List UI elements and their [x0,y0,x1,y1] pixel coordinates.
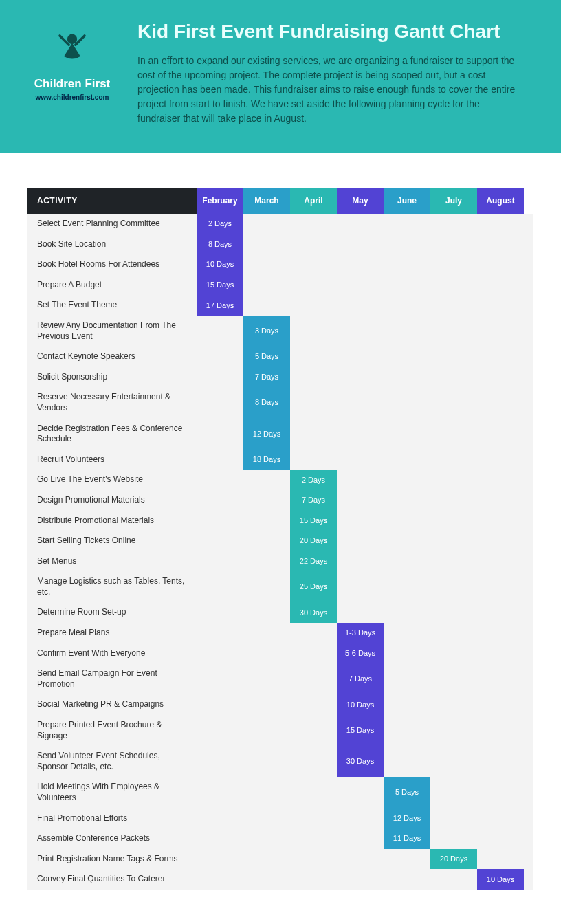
gantt-cell [477,694,524,715]
activity-label: Hold Meetings With Employees & Volunteer… [28,777,197,808]
gantt-cell [243,694,290,715]
gantt-cell: 30 Days [290,602,337,623]
gantt-cell [430,367,477,388]
gantt-cell: 30 Days [337,746,384,777]
gantt-row: Confirm Event With Everyone5-6 Days [28,644,534,664]
gantt-cell [430,450,477,470]
row-bars: 7 Days [197,367,534,388]
gantt-cell [430,490,477,511]
gantt-cell [477,511,524,531]
gantt-cell [197,531,243,551]
gantt-cell [243,623,290,644]
gantt-row: Set The Event Theme17 Days [28,295,534,316]
gantt-cell [384,849,430,870]
gantt-cell [384,295,430,316]
gantt-bar: 12 Days [243,419,290,450]
gantt-cell [243,828,290,849]
row-bars: 5 Days [197,777,534,808]
month-header: April [290,188,337,214]
row-bars: 7 Days [197,663,534,694]
gantt-bar: 3 Days [243,316,290,346]
gantt-cell [243,511,290,531]
gantt-cell [197,828,243,849]
gantt-cell [197,419,243,450]
gantt-bar: 5-6 Days [337,644,384,664]
gantt-cell: 8 Days [243,387,290,418]
gantt-cell: 1-3 Days [337,623,384,644]
gantt-cell [290,367,337,388]
gantt-bar: 5 Days [384,777,430,808]
svg-point-0 [67,34,77,44]
gantt-cell [430,234,477,255]
gantt-cell [477,387,524,418]
gantt-cell [384,214,430,234]
gantt-cell [337,214,384,234]
activity-label: Book Site Location [28,234,197,255]
gantt-row: Convey Final Quantities To Caterer10 Day… [28,869,534,890]
gantt-bar: 15 Days [197,275,243,296]
gantt-cell [477,234,524,255]
gantt-row: Manage Logistics such as Tables, Tents, … [28,571,534,602]
gantt-cell: 5 Days [384,777,430,808]
brand-block: Children First www.childrenfirst.com [28,21,117,126]
row-bars: 8 Days [197,387,534,418]
row-bars: 20 Days [197,531,534,551]
gantt-cell [384,367,430,388]
gantt-cell [243,470,290,490]
gantt-cell [243,777,290,808]
brand-name: Children First [28,77,117,91]
gantt-cell [384,387,430,418]
gantt-cell [337,869,384,890]
activity-label: Reserve Necessary Entertainment & Vendor… [28,387,197,418]
header-text: Kid First Event Fundraising Gantt Chart … [138,21,534,126]
gantt-bar: 17 Days [197,295,243,316]
gantt-cell [197,551,243,572]
gantt-cell: 5 Days [243,346,290,367]
gantt-cell: 17 Days [197,295,243,316]
gantt-cell [384,551,430,572]
gantt-row: Determine Room Set-up30 Days [28,602,534,623]
gantt-cell: 20 Days [290,531,337,551]
gantt-cell [430,623,477,644]
gantt-cell [337,490,384,511]
gantt-cell [430,828,477,849]
gantt-cell [477,808,524,829]
gantt-cell [337,602,384,623]
gantt-rows: Select Event Planning Committee2 DaysBoo… [28,214,534,890]
gantt-cell [477,450,524,470]
gantt-row: Recruit Volunteers18 Days [28,450,534,470]
gantt-cell [477,531,524,551]
row-bars: 18 Days [197,450,534,470]
gantt-cell [290,746,337,777]
gantt-cell [337,531,384,551]
gantt-cell [430,644,477,664]
gantt-cell [477,275,524,296]
gantt-cell [384,602,430,623]
row-bars: 15 Days [197,275,534,296]
gantt-bar: 8 Days [197,234,243,255]
gantt-cell [477,316,524,346]
row-bars: 2 Days [197,470,534,490]
gantt-bar: 18 Days [243,450,290,470]
gantt-cell [430,316,477,346]
gantt-bar: 30 Days [337,746,384,777]
gantt-bar: 5 Days [243,346,290,367]
gantt-cell [243,808,290,829]
gantt-cell: 2 Days [290,470,337,490]
gantt-cell: 15 Days [197,275,243,296]
gantt-bar: 2 Days [290,470,337,490]
gantt-cell [197,808,243,829]
gantt-cell [384,531,430,551]
gantt-cell [290,419,337,450]
gantt-cell [337,254,384,275]
gantt-cell [337,849,384,870]
gantt-cell [197,367,243,388]
gantt-cell [197,511,243,531]
gantt-cell [430,295,477,316]
activity-label: Send Volunteer Event Schedules, Sponsor … [28,746,197,777]
child-icon [52,59,93,71]
row-bars: 10 Days [197,869,534,890]
gantt-cell [384,316,430,346]
gantt-cell [430,869,477,890]
gantt-cell [290,295,337,316]
